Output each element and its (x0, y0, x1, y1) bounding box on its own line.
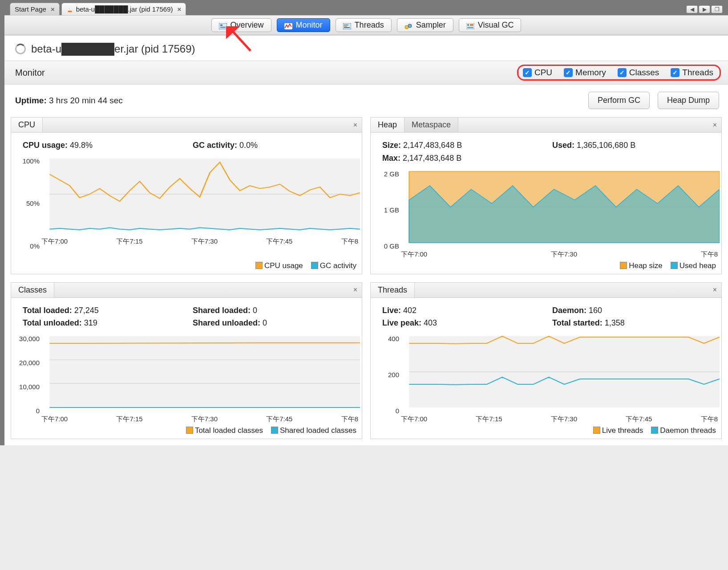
monitor-content: beta-u███████er.jar (pid 17569) Monitor … (4, 35, 728, 445)
heap-tab[interactable]: Heap (371, 118, 404, 132)
threads-panel: Threads × Live: 402 Daemon: 160 Live pea… (370, 282, 722, 440)
window-maximize-button[interactable]: ❐ (711, 5, 723, 13)
gc-activity-value: 0.0% (239, 141, 258, 150)
live-label: Live: (382, 306, 401, 315)
classes-chart: 30,00020,00010,0000 下午7:00下午7:15下午7:30下午… (11, 332, 362, 423)
legend-label: Total loaded classes (195, 426, 263, 435)
threads-tab[interactable]: Threads (371, 283, 415, 297)
shared-loaded-value: 0 (253, 306, 257, 315)
threads-icon (343, 22, 351, 28)
legend-swatch-icon (311, 262, 318, 269)
legend-label: CPU usage (264, 261, 303, 270)
legend-label: Heap size (629, 261, 663, 270)
total-unloaded-label: Total unloaded: (23, 318, 82, 327)
check-cpu[interactable]: ✓ CPU (523, 68, 552, 77)
tab-label: beta-u███████.jar (pid 17569) (76, 5, 173, 13)
legend-label: Used heap (679, 261, 716, 270)
check-threads[interactable]: ✓ Threads (671, 68, 713, 77)
started-label: Total started: (552, 318, 603, 327)
check-memory[interactable]: ✓ Memory (564, 68, 606, 77)
svg-rect-1 (220, 24, 222, 26)
window-tab-app[interactable]: beta-u███████.jar (pid 17569) × (61, 3, 186, 15)
close-icon[interactable]: × (51, 5, 55, 13)
close-icon[interactable]: × (349, 283, 362, 297)
loading-spinner-icon (15, 44, 26, 54)
check-label: Memory (575, 68, 606, 77)
checkbox-icon: ✓ (564, 68, 573, 77)
heap-dump-button[interactable]: Heap Dump (658, 92, 719, 109)
shared-unloaded-value: 0 (263, 318, 267, 327)
tab-label: Visual GC (478, 20, 514, 30)
heap-used-value: 1,365,106,680 B (577, 141, 635, 150)
perform-gc-button[interactable]: Perform GC (588, 92, 650, 109)
tab-monitor[interactable]: Monitor (277, 18, 330, 32)
tab-label: Sampler (416, 20, 446, 30)
svg-point-10 (408, 24, 412, 28)
total-loaded-label: Total loaded: (23, 306, 72, 315)
peak-value: 403 (424, 318, 437, 327)
tab-threads[interactable]: Threads (336, 18, 392, 32)
total-loaded-value: 27,245 (74, 306, 99, 315)
monitor-icon (284, 22, 292, 28)
nav-forward-button[interactable]: ▶ (699, 5, 710, 13)
metaspace-tab[interactable]: Metaspace (404, 118, 458, 132)
svg-rect-14 (467, 27, 473, 28)
nav-back-button[interactable]: ◀ (686, 5, 698, 13)
legend-label: Shared loaded classes (280, 426, 356, 435)
java-app-icon (66, 6, 73, 13)
tab-label: Threads (355, 20, 384, 30)
close-icon[interactable]: × (708, 118, 721, 132)
legend-swatch-icon (620, 262, 627, 269)
cpu-tab[interactable]: CPU (11, 118, 43, 132)
heap-chart: 2 GB1 GB0 GB 下午7:00下午7:30下午8 (371, 167, 721, 259)
tab-label: Overview (231, 20, 264, 30)
check-label: Threads (682, 68, 713, 77)
annotation-highlight: ✓ CPU ✓ Memory ✓ Classes ✓ Threads (517, 65, 721, 81)
gc-activity-label: GC activity: (193, 141, 237, 150)
heap-size-value: 2,147,483,648 B (403, 141, 462, 150)
svg-rect-3 (220, 28, 226, 28)
tab-sampler[interactable]: Sampler (397, 18, 453, 32)
cpu-usage-value: 49.8% (70, 141, 93, 150)
tab-label: Monitor (296, 20, 323, 30)
svg-rect-20 (49, 336, 360, 407)
live-value: 402 (403, 306, 417, 315)
svg-rect-8 (344, 27, 350, 28)
legend-swatch-icon (271, 427, 278, 434)
tab-label: Start Page (15, 5, 46, 13)
heap-max-label: Max: (382, 154, 400, 163)
visualgc-icon (466, 22, 474, 28)
legend-swatch-icon (671, 262, 678, 269)
started-value: 1,358 (605, 318, 625, 327)
total-unloaded-value: 319 (84, 318, 97, 327)
cpu-chart: 100%50%0% 下午7:00下午7:15下午7:30下午7:45下午8 (11, 155, 362, 259)
uptime-value: 3 hrs 20 min 44 sec (49, 96, 123, 105)
checkbox-icon: ✓ (523, 68, 532, 77)
checkbox-icon: ✓ (671, 68, 679, 77)
section-label: Monitor (15, 68, 45, 78)
peak-label: Live peak: (382, 318, 421, 327)
sampler-icon (404, 22, 413, 28)
close-icon[interactable]: × (708, 283, 721, 297)
legend-swatch-icon (593, 427, 600, 434)
svg-rect-13 (470, 24, 473, 26)
check-classes[interactable]: ✓ Classes (618, 68, 659, 77)
svg-rect-6 (344, 24, 348, 25)
uptime-label: Uptime: (15, 96, 47, 105)
window-tab-start-page[interactable]: Start Page × (10, 3, 60, 15)
view-tabs: Overview Monitor Threads Sampler Visual … (4, 15, 728, 35)
checkbox-icon: ✓ (618, 68, 627, 77)
page-title: beta-u███████er.jar (pid 17569) (31, 43, 195, 55)
classes-panel: Classes × Total loaded: 27,245 Shared lo… (11, 282, 362, 440)
window-left-gutter (0, 0, 4, 445)
legend-swatch-icon (651, 427, 658, 434)
close-icon[interactable]: × (349, 118, 362, 132)
tab-overview[interactable]: Overview (211, 18, 271, 32)
classes-tab[interactable]: Classes (11, 283, 54, 297)
shared-unloaded-label: Shared unloaded: (193, 318, 260, 327)
daemon-value: 160 (589, 306, 602, 315)
tab-visual-gc[interactable]: Visual GC (459, 18, 522, 32)
check-label: Classes (629, 68, 659, 77)
svg-rect-12 (467, 24, 469, 26)
close-icon[interactable]: × (177, 5, 181, 13)
